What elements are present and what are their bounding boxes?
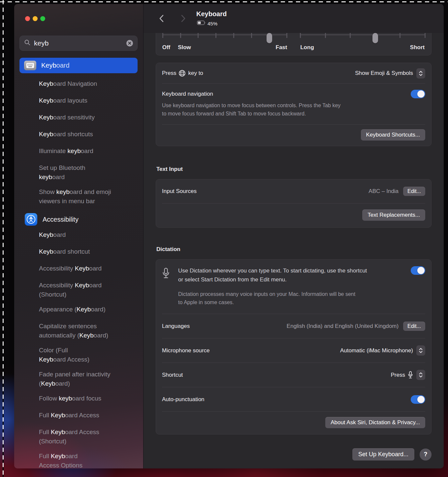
shortcut-value: Press: [391, 372, 405, 378]
sidebar-item-accessibility[interactable]: Accessibility: [25, 213, 143, 226]
auto-punctuation-row: Auto-punctuation: [156, 387, 431, 411]
sidebar-item-full-keyboard-access-shortcut[interactable]: Full Keyboard Access (Shortcut): [14, 428, 139, 446]
shortcut-label: Shortcut: [162, 372, 183, 378]
microphone-icon: [162, 266, 178, 281]
search-results-list: Keyboard Keyboard Navigation Keyboard la…: [14, 58, 143, 468]
slider-track: [300, 34, 426, 35]
accessibility-app-icon: [25, 213, 37, 226]
auto-punctuation-label: Auto-punctuation: [162, 396, 205, 403]
slider-label-long: Long: [300, 44, 314, 51]
dictation-heading: Dictation: [156, 246, 432, 253]
slider-label-fast: Fast: [276, 44, 287, 51]
search-input[interactable]: [34, 39, 126, 47]
sidebar-item-fade-panel[interactable]: Fade panel after inactivity (Keyboard): [14, 370, 139, 388]
auto-punctuation-toggle[interactable]: [411, 395, 425, 404]
keyboard-options-card: Press key to Show Emoji & Symbols Keyboa…: [156, 63, 432, 146]
press-key-popup-button[interactable]: [416, 68, 425, 79]
microphone-source-label: Microphone source: [162, 347, 210, 354]
dictation-toggle[interactable]: [411, 266, 425, 275]
sidebar-item-label: Keyboard: [41, 62, 70, 69]
sidebar-item-keyboard-layouts[interactable]: Keyboard layouts: [14, 96, 139, 105]
forward-button[interactable]: [178, 13, 188, 24]
search-icon: [24, 39, 31, 47]
sidebar-item-acc-keyboard-shortcut[interactable]: Keyboard shortcut: [14, 247, 139, 256]
battery-status: 45%: [197, 20, 217, 26]
delay-until-repeat-slider[interactable]: Long Short: [300, 33, 426, 55]
battery-percent: 45%: [208, 21, 217, 26]
shortcut-mic-icon: [408, 371, 413, 379]
system-settings-window: Keyboard Keyboard Navigation Keyboard la…: [14, 4, 444, 468]
keyboard-shortcuts-row: Keyboard Shortcuts...: [156, 125, 431, 146]
text-replacements-row: Text Replacements...: [156, 204, 431, 227]
press-key-label-post: key to: [188, 70, 203, 77]
page-title: Keyboard: [196, 10, 227, 18]
footer-actions: Set Up Keyboard... ?: [156, 448, 432, 461]
globe-icon: [178, 70, 186, 77]
slider-thumb[interactable]: [267, 33, 272, 43]
selection-border-top: [0, 1, 448, 2]
keyboard-navigation-toggle[interactable]: [411, 90, 425, 98]
microphone-source-row: Microphone source Automatic (iMac Microp…: [156, 338, 431, 363]
back-button[interactable]: [157, 13, 166, 24]
help-button[interactable]: ?: [420, 449, 432, 461]
sidebar-item-keyboard-shortcuts[interactable]: Keyboard shortcuts: [14, 130, 139, 139]
shortcut-row: Shortcut Press: [156, 363, 431, 387]
sidebar: Keyboard Keyboard Navigation Keyboard la…: [14, 4, 144, 468]
slider-label-slow: Slow: [178, 44, 191, 51]
sidebar-item-full-keyboard-access-options[interactable]: Full Keyboard Access Options: [14, 452, 139, 468]
set-up-keyboard-button[interactable]: Set Up Keyboard...: [352, 448, 414, 461]
dictation-card: Use Dictation wherever you can type text…: [156, 259, 432, 434]
clear-search-icon[interactable]: [126, 40, 133, 47]
toolbar: Keyboard 45%: [144, 4, 444, 33]
selection-border-left: [3, 0, 4, 477]
close-button[interactable]: [25, 16, 30, 21]
key-repeat-rate-slider[interactable]: Off Slow Fast: [162, 33, 287, 55]
dictation-privacy-note: Dictation processes many voice inputs on…: [156, 290, 431, 314]
keyboard-navigation-row: Keyboard navigation Use keyboard navigat…: [156, 84, 431, 124]
press-key-value: Show Emoji & Symbols: [355, 70, 413, 77]
input-sources-edit-button[interactable]: Edit...: [403, 187, 425, 196]
microphone-source-value: Automatic (iMac Microphone): [340, 347, 413, 354]
dictation-intro-text: Use Dictation wherever you can type text…: [178, 266, 405, 284]
text-input-card: Input Sources ABC – India Edit... Text R…: [156, 179, 432, 228]
text-replacements-button[interactable]: Text Replacements...: [362, 209, 425, 221]
slider-label-short: Short: [410, 44, 425, 51]
keyboard-shortcuts-button[interactable]: Keyboard Shortcuts...: [361, 129, 425, 141]
sidebar-item-full-keyboard-access[interactable]: Full Keyboard Access: [14, 411, 139, 420]
sidebar-item-color-full-keyboard-access[interactable]: Color (Full Keyboard Access): [14, 346, 139, 364]
battery-icon: [197, 20, 206, 26]
sidebar-item-setup-bluetooth-keyboard[interactable]: Set up Bluetooth keyboard: [14, 163, 139, 182]
sidebar-item-follow-keyboard-focus[interactable]: Follow keyboard focus: [14, 394, 139, 403]
settings-content: Off Slow Fast Long Short: [144, 33, 444, 468]
sidebar-item-illuminate-keyboard[interactable]: Illuminate keyboard: [14, 146, 139, 156]
languages-value: English (India) and English (United King…: [287, 323, 399, 330]
microphone-source-popup-button[interactable]: [416, 345, 425, 356]
input-sources-value: ABC – India: [368, 188, 399, 195]
minimize-button[interactable]: [33, 16, 38, 21]
input-sources-row: Input Sources ABC – India Edit...: [156, 179, 431, 203]
languages-edit-button[interactable]: Edit...: [403, 322, 425, 331]
sidebar-item-acc-keyboard[interactable]: Keyboard: [14, 230, 139, 239]
zoom-button[interactable]: [40, 16, 45, 21]
window-controls: [25, 16, 143, 21]
sidebar-item-keyboard[interactable]: Keyboard: [19, 58, 138, 73]
press-key-label-pre: Press: [162, 70, 176, 77]
sidebar-item-capitalize-sentences[interactable]: Capitalize sentences automatically (Keyb…: [14, 322, 139, 340]
languages-row: Languages English (India) and English (U…: [156, 314, 431, 338]
about-dictation-row: About Ask Siri, Dictation & Privacy...: [156, 412, 431, 434]
about-ask-siri-button[interactable]: About Ask Siri, Dictation & Privacy...: [325, 417, 425, 428]
sidebar-search-field[interactable]: [19, 36, 138, 51]
shortcut-popup-button[interactable]: [416, 370, 425, 380]
sidebar-item-show-keyboard-emoji-viewers[interactable]: Show keyboard and emoji viewers in menu …: [14, 187, 139, 206]
sidebar-item-keyboard-sensitivity[interactable]: Keyboard sensitivity: [14, 113, 139, 122]
sidebar-item-accessibility-keyboard[interactable]: Accessibility Keyboard: [14, 264, 139, 273]
main-panel: Keyboard 45%: [144, 4, 444, 468]
sidebar-item-appearance-keyboard[interactable]: Appearance (Keyboard): [14, 305, 139, 314]
sidebar-item-accessibility-keyboard-shortcut[interactable]: Accessibility Keyboard (Shortcut): [14, 281, 139, 299]
sidebar-item-keyboard-navigation[interactable]: Keyboard Navigation: [14, 79, 139, 88]
sidebar-item-label: Accessibility: [43, 216, 79, 223]
languages-label: Languages: [162, 323, 190, 330]
slider-thumb[interactable]: [372, 33, 378, 43]
press-globe-key-row: Press key to Show Emoji & Symbols: [156, 63, 431, 83]
keyboard-navigation-label: Keyboard navigation: [162, 91, 213, 97]
